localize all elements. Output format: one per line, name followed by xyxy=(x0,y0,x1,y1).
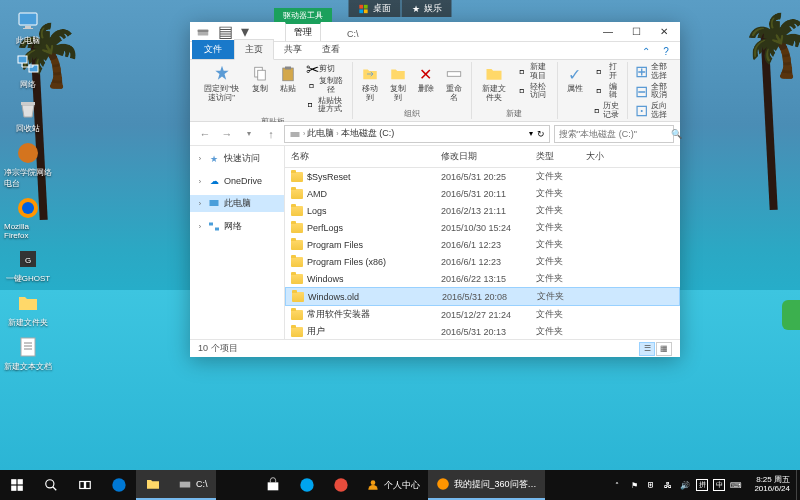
edge-button[interactable] xyxy=(102,470,136,500)
tray-ime-icon-3[interactable]: ⌨ xyxy=(730,479,742,491)
search-input[interactable] xyxy=(559,129,671,139)
pin-quick-access-button[interactable]: 固定到"快速访问" xyxy=(198,62,245,105)
file-row[interactable]: AMD2016/5/31 20:11文件夹 xyxy=(285,185,680,202)
tray-network-icon[interactable]: 🖧 xyxy=(662,479,674,491)
file-row[interactable]: Program Files (x86)2016/6/1 12:23文件夹 xyxy=(285,253,680,270)
paste-button[interactable]: 粘贴 xyxy=(275,62,301,96)
recent-dropdown[interactable]: ▾ xyxy=(240,125,258,143)
cdrive-taskbar-button[interactable]: C:\ xyxy=(170,470,216,500)
copy-button[interactable]: 复制 xyxy=(247,62,273,96)
personal-center-button[interactable]: 个人中心 xyxy=(358,470,428,500)
desktop-icon-ghost[interactable]: G一键GHOST xyxy=(4,246,52,284)
history-button[interactable]: ▫历史记录 xyxy=(590,101,623,121)
top-tab-entertainment[interactable]: ★娱乐 xyxy=(402,0,452,17)
file-row[interactable]: Windows.old2016/5/31 20:08文件夹 xyxy=(285,287,680,306)
svg-rect-29 xyxy=(215,227,219,230)
file-row[interactable]: PerfLogs2015/10/30 15:24文件夹 xyxy=(285,219,680,236)
ribbon-collapse[interactable]: ⌃ xyxy=(638,43,654,59)
search-button[interactable] xyxy=(34,470,68,500)
maximize-button[interactable]: ☐ xyxy=(622,23,650,41)
show-desktop-button[interactable] xyxy=(796,470,800,500)
nav-this-pc[interactable]: ›此电脑 xyxy=(190,195,284,212)
file-row[interactable]: Logs2016/2/13 21:11文件夹 xyxy=(285,202,680,219)
column-type[interactable]: 类型 xyxy=(530,148,580,165)
start-button[interactable] xyxy=(0,470,34,500)
desktop-icon-folder[interactable]: 新建文件夹 xyxy=(4,290,52,328)
column-date[interactable]: 修改日期 xyxy=(435,148,530,165)
select-all-button[interactable]: ⊞全部选择 xyxy=(632,62,672,82)
store-button[interactable] xyxy=(256,470,290,500)
firefox-taskbar-button[interactable]: 我的提问_360问答… xyxy=(428,470,545,500)
move-to-button[interactable]: 移动到 xyxy=(357,62,383,105)
tray-ime-icon-2[interactable]: 中 xyxy=(713,479,725,491)
edit-button[interactable]: ▫编辑 xyxy=(590,82,623,102)
nav-network[interactable]: ›网络 xyxy=(190,218,284,235)
side-panel-handle[interactable] xyxy=(782,300,800,330)
new-item-button[interactable]: ▫新建项目 xyxy=(514,62,553,82)
up-button[interactable]: ↑ xyxy=(262,125,280,143)
desktop-icon-firefox[interactable]: Mozilla Firefox xyxy=(4,195,52,240)
breadcrumb[interactable]: › 此电脑 › 本地磁盘 (C:) ▾↻ xyxy=(284,125,550,143)
select-none-button[interactable]: ⊟全部取消 xyxy=(632,82,672,102)
tray-volume-icon[interactable]: 🔊 xyxy=(679,479,691,491)
top-tab-desktop[interactable]: 桌面 xyxy=(349,0,401,17)
explorer-taskbar-button[interactable] xyxy=(136,470,170,500)
cut-button[interactable]: ✂剪切 xyxy=(303,62,348,76)
app-button-1[interactable] xyxy=(290,470,324,500)
copy-path-button[interactable]: ▫复制路径 xyxy=(303,76,348,96)
details-view-button[interactable]: ☰ xyxy=(639,342,655,356)
tab-home[interactable]: 主页 xyxy=(234,39,274,60)
easy-access-button[interactable]: ▫轻松访问 xyxy=(514,82,553,102)
icons-view-button[interactable]: ▦ xyxy=(656,342,672,356)
qat-properties[interactable]: ▤ xyxy=(216,24,234,40)
minimize-button[interactable]: — xyxy=(594,23,622,41)
properties-button[interactable]: ✓属性 xyxy=(562,62,588,96)
file-row[interactable]: Windows2016/6/22 13:15文件夹 xyxy=(285,270,680,287)
desktop-icon-textfile[interactable]: 新建文本文档 xyxy=(4,334,52,372)
rename-button[interactable]: 重命名 xyxy=(441,62,467,105)
nav-quick-access[interactable]: ›★快速访问 xyxy=(190,150,284,167)
search-box[interactable]: 🔍 xyxy=(554,125,674,143)
copy-to-button[interactable]: 复制到 xyxy=(385,62,411,105)
tray-shield-icon[interactable]: ⛨ xyxy=(645,479,657,491)
refresh-icon[interactable]: ↻ xyxy=(537,129,545,139)
close-button[interactable]: ✕ xyxy=(650,23,678,41)
tray-ime-icon[interactable]: 拼 xyxy=(696,479,708,491)
desktop-icon-network[interactable]: 网络 xyxy=(4,52,52,90)
breadcrumb-segment[interactable]: 此电脑 xyxy=(307,127,334,140)
dropdown-icon[interactable]: ▾ xyxy=(529,129,533,139)
svg-rect-26 xyxy=(291,132,300,137)
file-row[interactable]: Program Files2016/6/1 12:23文件夹 xyxy=(285,236,680,253)
nav-onedrive[interactable]: ›☁OneDrive xyxy=(190,173,284,189)
tray-flag-icon[interactable]: ⚑ xyxy=(628,479,640,491)
drive-icon xyxy=(196,25,210,39)
svg-rect-15 xyxy=(21,338,35,356)
taskview-button[interactable] xyxy=(68,470,102,500)
invert-selection-button[interactable]: ⊡反向选择 xyxy=(632,101,672,121)
column-size[interactable]: 大小 xyxy=(580,148,630,165)
tray-up-icon[interactable]: ˄ xyxy=(611,479,623,491)
tab-view[interactable]: 查看 xyxy=(312,40,350,59)
svg-rect-22 xyxy=(258,70,266,80)
tab-share[interactable]: 共享 xyxy=(274,40,312,59)
column-name[interactable]: 名称 xyxy=(285,148,435,165)
app-button-2[interactable] xyxy=(324,470,358,500)
forward-button[interactable]: → xyxy=(218,125,236,143)
desktop-icon-this-pc[interactable]: 此电脑 xyxy=(4,8,52,46)
help-button[interactable]: ? xyxy=(658,43,674,59)
file-tab[interactable]: 文件 xyxy=(192,40,234,59)
breadcrumb-segment[interactable]: 本地磁盘 (C:) xyxy=(341,127,395,140)
delete-button[interactable]: ✕删除 xyxy=(413,62,439,96)
back-button[interactable]: ← xyxy=(196,125,214,143)
paste-shortcut-button[interactable]: ▫粘贴快捷方式 xyxy=(303,96,348,116)
file-row[interactable]: 常用软件安装器2015/12/27 21:24文件夹 xyxy=(285,306,680,323)
desktop-icon-app-1[interactable]: 净宗学院网络电台 xyxy=(4,140,52,189)
open-button[interactable]: ▫打开 xyxy=(590,62,623,82)
new-folder-button[interactable]: 新建文件夹 xyxy=(476,62,512,105)
clock[interactable]: 8:25 周五 2016/6/24 xyxy=(748,476,796,494)
desktop-icon-recycle-bin[interactable]: 回收站 xyxy=(4,96,52,134)
qat-dropdown[interactable]: ▾ xyxy=(236,24,254,40)
context-sub-tab[interactable]: 管理 xyxy=(285,22,321,41)
file-row[interactable]: 用户2016/5/31 20:13文件夹 xyxy=(285,323,680,339)
file-row[interactable]: $SysReset2016/5/31 20:25文件夹 xyxy=(285,168,680,185)
